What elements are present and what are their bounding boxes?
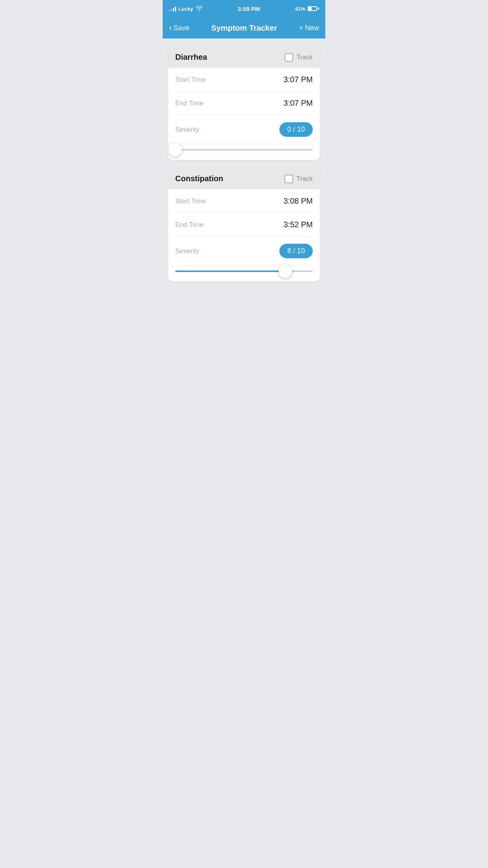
back-button[interactable]: ‹ Save <box>169 23 189 33</box>
diarrhea-slider-container <box>175 144 313 152</box>
diarrhea-checkbox-box[interactable] <box>284 53 293 62</box>
constipation-end-time-value: 3:52 PM <box>284 220 313 229</box>
main-content: Diarrhea Track Start Time 3:07 PM End Ti… <box>163 39 325 289</box>
diarrhea-start-time-value: 3:07 PM <box>284 75 313 84</box>
new-label: + New <box>299 24 319 32</box>
constipation-title: Constipation <box>175 174 223 183</box>
diarrhea-slider-thumb[interactable] <box>169 143 182 156</box>
diarrhea-severity-badge: 0 / 10 <box>279 122 313 137</box>
constipation-track-label: Track <box>296 175 313 183</box>
constipation-severity-label: Severity <box>175 247 199 255</box>
constipation-end-time-row: End Time 3:52 PM <box>175 213 313 237</box>
constipation-slider-fill <box>175 270 285 272</box>
constipation-severity-badge: 8 / 10 <box>279 244 313 258</box>
diarrhea-card-body: Start Time 3:07 PM End Time 3:07 PM Seve… <box>168 68 320 160</box>
diarrhea-end-time-label: End Time <box>175 99 204 107</box>
status-left: Lucky <box>169 6 203 12</box>
battery-pct-label: 41% <box>295 6 305 12</box>
constipation-track-checkbox[interactable]: Track <box>284 175 313 183</box>
constipation-slider-thumb[interactable] <box>279 265 292 278</box>
constipation-card-header: Constipation Track <box>168 168 320 189</box>
diarrhea-end-time-value: 3:07 PM <box>284 99 313 108</box>
constipation-card: Constipation Track Start Time 3:08 PM En… <box>168 168 320 281</box>
diarrhea-slider-track[interactable] <box>175 149 313 151</box>
diarrhea-start-time-row: Start Time 3:07 PM <box>175 68 313 92</box>
status-bar: Lucky 3:09 PM 41% <box>163 0 325 17</box>
constipation-start-time-value: 3:08 PM <box>284 197 313 206</box>
constipation-slider-track[interactable] <box>175 270 313 272</box>
constipation-start-time-label: Start Time <box>175 197 205 205</box>
signal-icon <box>169 6 176 11</box>
status-right: 41% <box>295 6 319 12</box>
new-button[interactable]: + New <box>299 24 319 32</box>
constipation-start-time-row: Start Time 3:08 PM <box>175 189 313 213</box>
diarrhea-track-checkbox[interactable]: Track <box>284 53 313 62</box>
constipation-end-time-label: End Time <box>175 221 204 229</box>
nav-bar: ‹ Save Symptom Tracker + New <box>163 17 325 39</box>
diarrhea-severity-label: Severity <box>175 126 199 134</box>
constipation-card-body: Start Time 3:08 PM End Time 3:52 PM Seve… <box>168 189 320 281</box>
constipation-severity-row: Severity 8 / 10 <box>175 237 313 266</box>
diarrhea-card-header: Diarrhea Track <box>168 46 320 68</box>
back-label: Save <box>173 24 189 32</box>
status-time: 3:09 PM <box>238 6 260 12</box>
constipation-slider-container <box>175 266 313 274</box>
carrier-label: Lucky <box>178 6 193 12</box>
constipation-checkbox-box[interactable] <box>284 175 293 183</box>
diarrhea-title: Diarrhea <box>175 53 207 62</box>
page-title: Symptom Tracker <box>211 24 277 33</box>
diarrhea-track-label: Track <box>296 53 313 61</box>
battery-icon <box>308 6 319 11</box>
diarrhea-severity-row: Severity 0 / 10 <box>175 115 313 144</box>
diarrhea-start-time-label: Start Time <box>175 76 205 84</box>
diarrhea-card: Diarrhea Track Start Time 3:07 PM End Ti… <box>168 46 320 160</box>
chevron-left-icon: ‹ <box>169 23 172 33</box>
diarrhea-end-time-row: End Time 3:07 PM <box>175 92 313 115</box>
wifi-icon <box>196 6 203 11</box>
